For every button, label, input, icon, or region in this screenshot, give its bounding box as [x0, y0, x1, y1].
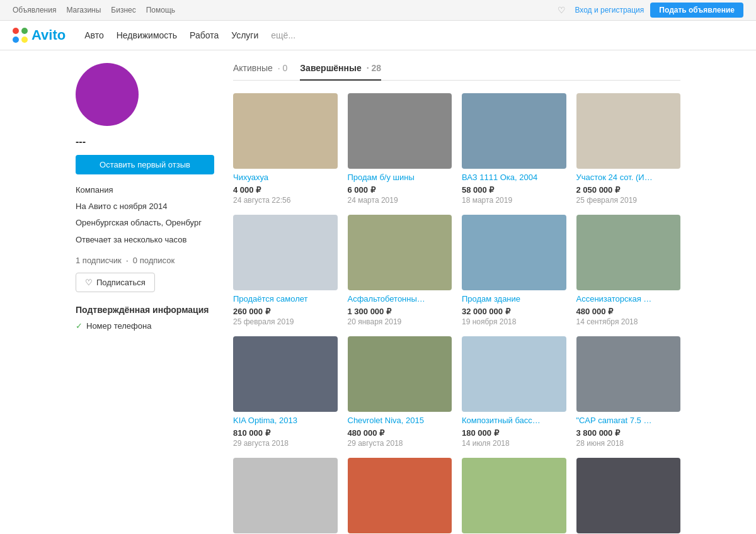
dot-red — [13, 28, 19, 34]
post-ad-button[interactable]: Подать объявление — [650, 3, 743, 18]
item-date: 24 августа 22:56 — [233, 196, 338, 205]
item-price: 260 000 ₽ — [233, 307, 338, 316]
item-price: 810 000 ₽ — [233, 428, 338, 438]
item-image — [348, 458, 452, 533]
item-price: 32 000 000 ₽ — [462, 307, 566, 316]
list-item[interactable]: Victory cross country1 650 000 ₽16 мая 2… — [576, 458, 681, 534]
topbar-link-business[interactable]: Бизнес — [111, 6, 135, 14]
confirmed-info: Подтверждённая информация ✓ Номер телефо… — [76, 305, 214, 331]
item-image — [576, 93, 681, 169]
list-item[interactable]: Продам здание32 000 000 ₽19 ноября 2018 — [462, 215, 566, 326]
item-title[interactable]: Продам б/у шины — [348, 173, 452, 183]
phone-label: Номер телефона — [86, 321, 151, 331]
item-price: 4 000 ₽ — [233, 185, 338, 195]
location-label: Оренбургская область, Оренбург — [76, 217, 214, 229]
top-bar-left: Объявления Магазины Бизнес Помощь — [13, 6, 175, 14]
item-date: 24 марта 2019 — [348, 196, 452, 205]
review-button[interactable]: Оставить первый отзыв — [76, 155, 214, 174]
item-image — [576, 215, 681, 290]
tab-active-count: · 0 — [278, 63, 288, 73]
item-title[interactable]: "САР camarat 7.5 … — [576, 416, 681, 426]
dot-green — [21, 28, 28, 34]
main-nav: Авто Недвижимость Работа Услуги ещё... — [84, 30, 295, 40]
nav-work[interactable]: Работа — [190, 30, 219, 40]
favorite-icon: ♡ — [558, 5, 566, 15]
list-item[interactable]: Участок 24 сот. (И…2 050 000 ₽25 февраля… — [576, 93, 681, 205]
list-item[interactable]: Чихуахуа4 000 ₽24 августа 22:56 — [233, 93, 338, 205]
header: Avito Авто Недвижимость Работа Услуги ещ… — [0, 21, 756, 50]
item-title[interactable]: Продам здание — [462, 294, 566, 305]
main-container: --- Оставить первый отзыв Компания На Ав… — [63, 50, 693, 534]
list-item[interactable]: "САР camarat 7.5 …3 800 000 ₽28 июня 201… — [576, 336, 681, 448]
list-item[interactable]: Секционные ворота25 000 ₽27 марта 2018 — [233, 458, 338, 534]
tab-completed-label: Завершённые — [300, 63, 361, 73]
item-image — [233, 458, 338, 533]
topbar-link-shops[interactable]: Магазины — [66, 6, 101, 14]
item-title[interactable]: Чихуахуа — [233, 173, 338, 183]
list-item[interactable]: Ассенизаторская …480 000 ₽14 сентября 20… — [576, 215, 681, 326]
item-title[interactable]: Ассенизаторская … — [576, 294, 681, 305]
item-image — [462, 215, 566, 290]
tab-completed-count: · 28 — [367, 63, 381, 73]
subscribe-button[interactable]: ♡ Подписаться — [76, 273, 155, 292]
content-area: Активные · 0 Завершённые · 28 Чихуахуа4 … — [233, 63, 680, 534]
subscribe-label: Подписаться — [96, 278, 146, 287]
list-item[interactable]: KIA Optima, 2013810 000 ₽29 августа 2018 — [233, 336, 338, 448]
item-price: 3 800 000 ₽ — [576, 428, 681, 438]
item-title[interactable]: Продаётся самолет — [233, 294, 338, 305]
item-image — [233, 93, 338, 169]
tab-active-label: Активные — [233, 63, 273, 73]
nav-realty[interactable]: Недвижимость — [117, 30, 177, 40]
list-item[interactable]: ВАЗ 1111 Ока, 200458 000 ₽18 марта 2019 — [462, 93, 566, 205]
logo-dots — [13, 28, 28, 43]
since-label: На Авито с ноября 2014 — [76, 201, 214, 212]
topbar-link-help[interactable]: Помощь — [146, 6, 175, 14]
response-label: Отвечает за несколько часов — [76, 234, 214, 246]
item-title[interactable]: KIA Optima, 2013 — [233, 416, 338, 426]
item-title[interactable]: Композитный басс… — [462, 416, 566, 426]
logo-text: Avito — [32, 27, 66, 43]
item-image — [233, 336, 338, 412]
checkmark-icon: ✓ — [76, 321, 83, 331]
item-title[interactable]: ВАЗ 1111 Ока, 2004 — [462, 173, 566, 183]
item-price: 180 000 ₽ — [462, 428, 566, 438]
list-item[interactable]: Chevrolet Niva, 2015480 000 ₽29 августа … — [348, 336, 452, 448]
sidebar-info: Компания На Авито с ноября 2014 Оренбург… — [76, 185, 214, 246]
list-item[interactable]: Продаётся самолет260 000 ₽25 февраля 201… — [233, 215, 338, 326]
item-price: 480 000 ₽ — [576, 307, 681, 316]
item-image — [462, 93, 566, 169]
dot-blue — [13, 37, 19, 43]
item-date: 25 февраля 2019 — [233, 317, 338, 326]
tab-active[interactable]: Активные · 0 — [233, 63, 287, 81]
logo[interactable]: Avito — [13, 27, 66, 43]
avatar — [76, 63, 139, 126]
user-name: --- — [76, 136, 214, 147]
item-price: 480 000 ₽ — [348, 428, 452, 438]
nav-more[interactable]: ещё... — [271, 30, 295, 40]
phone-confirmed: ✓ Номер телефона — [76, 321, 214, 331]
dot-yellow — [21, 37, 28, 43]
item-date: 29 августа 2018 — [233, 439, 338, 448]
item-price: 2 050 000 ₽ — [576, 185, 681, 195]
list-item[interactable]: Ассенизаторская …220 000 ₽15 июля 2017 — [348, 458, 452, 534]
topbar-link-ads[interactable]: Объявления — [13, 6, 56, 14]
item-date: 28 июня 2018 — [576, 439, 681, 448]
subscriptions-count: 0 подписок — [133, 256, 175, 265]
item-date: 14 июля 2018 — [462, 439, 566, 448]
item-title[interactable]: Chevrolet Niva, 2015 — [348, 416, 452, 426]
login-button[interactable]: Вход и регистрация — [575, 6, 644, 14]
item-title[interactable]: Асфальтобетонны… — [348, 294, 452, 305]
top-bar-right: ♡ Вход и регистрация Подать объявление — [558, 3, 743, 18]
list-item[interactable]: Композитный басс…180 000 ₽14 июля 2018 — [462, 336, 566, 448]
sidebar-stats: 1 подписчик · 0 подписок — [76, 256, 214, 265]
tab-completed[interactable]: Завершённые · 28 — [300, 63, 381, 81]
list-item[interactable]: Асфальтобетонны…1 300 000 ₽20 января 201… — [348, 215, 452, 326]
list-item[interactable]: Бюст Ленина26 000 ₽5 июля 2017 — [462, 458, 566, 534]
heart-subscribe-icon: ♡ — [85, 278, 93, 287]
list-item[interactable]: Продам б/у шины6 000 ₽24 марта 2019 — [348, 93, 452, 205]
item-image — [576, 336, 681, 412]
nav-auto[interactable]: Авто — [84, 30, 104, 40]
item-title[interactable]: Участок 24 сот. (И… — [576, 173, 681, 183]
nav-services[interactable]: Услуги — [231, 30, 258, 40]
item-image — [462, 458, 566, 533]
